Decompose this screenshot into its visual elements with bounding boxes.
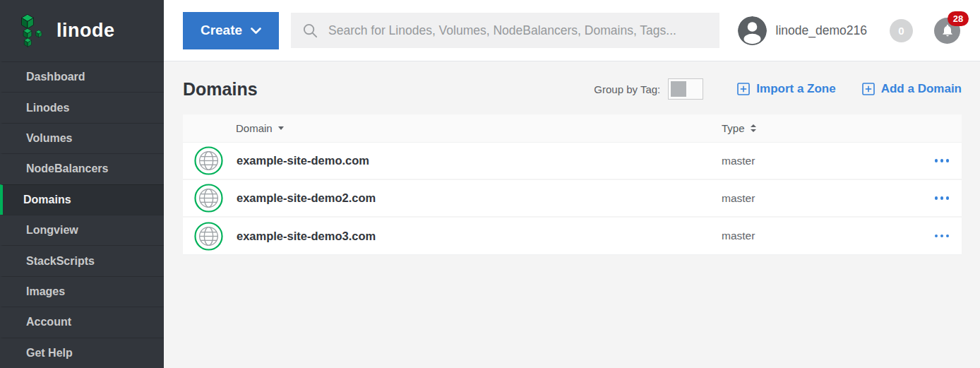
import-zone-link[interactable]: Import a Zone <box>737 82 835 96</box>
page-header: Domains Group by Tag: Import a Zone <box>183 78 962 100</box>
sidebar-item-nodebalancers[interactable]: NodeBalancers <box>0 153 164 184</box>
user-menu[interactable]: linode_demo216 <box>738 16 867 45</box>
sidebar-nav: Dashboard Linodes Volumes NodeBalancers … <box>0 61 164 368</box>
global-search <box>291 13 719 48</box>
add-domain-link[interactable]: Add a Domain <box>862 82 962 96</box>
create-button-label: Create <box>201 23 242 38</box>
sidebar-item-longview[interactable]: Longview <box>0 215 164 245</box>
search-input[interactable] <box>328 23 708 38</box>
sidebar: linode Dashboard Linodes Volumes NodeBal… <box>0 0 164 368</box>
table-row: example-site-demo.com master <box>183 143 962 180</box>
sidebar-item-dashboard[interactable]: Dashboard <box>0 61 164 92</box>
group-by-tag-label: Group by Tag: <box>594 83 660 95</box>
row-actions-menu-icon[interactable] <box>933 230 951 242</box>
globe-icon <box>194 222 223 251</box>
events-counter-badge[interactable]: 0 <box>890 19 913 42</box>
sidebar-item-stackscripts[interactable]: StackScripts <box>0 245 164 275</box>
linode-logo[interactable]: linode <box>0 0 164 61</box>
domains-table: Domain Type <box>183 114 962 255</box>
group-by-tag-toggle[interactable] <box>668 78 703 100</box>
sort-by-domain-header[interactable]: Domain <box>236 122 284 134</box>
row-actions-menu-icon[interactable] <box>933 155 951 167</box>
table-row: example-site-demo2.com master <box>183 180 962 218</box>
plus-square-icon <box>862 83 875 95</box>
page-title: Domains <box>183 79 594 100</box>
globe-icon <box>194 146 223 175</box>
sidebar-item-account[interactable]: Account <box>0 307 164 337</box>
sort-by-type-header[interactable]: Type <box>722 122 756 134</box>
toggle-knob <box>671 81 686 97</box>
domain-link[interactable]: example-site-demo3.com <box>237 230 376 243</box>
domain-link[interactable]: example-site-demo2.com <box>237 191 376 205</box>
domain-column-label: Domain <box>236 122 273 134</box>
domains-page: Domains Group by Tag: Import a Zone <box>164 61 980 368</box>
notifications-button[interactable]: 28 <box>934 18 960 44</box>
import-zone-label: Import a Zone <box>756 82 835 96</box>
domain-type: master <box>722 230 755 242</box>
linode-logo-icon <box>20 14 48 48</box>
sidebar-item-volumes[interactable]: Volumes <box>0 123 164 153</box>
app-window: linode Dashboard Linodes Volumes NodeBal… <box>0 0 980 368</box>
sidebar-item-domains[interactable]: Domains <box>0 184 164 215</box>
add-domain-label: Add a Domain <box>881 82 962 96</box>
brand-name: linode <box>56 20 115 42</box>
chevron-down-icon <box>251 28 261 34</box>
sidebar-item-linodes[interactable]: Linodes <box>0 92 164 122</box>
row-actions-menu-icon[interactable] <box>933 192 951 204</box>
plus-square-icon <box>737 83 750 95</box>
topbar: Create <box>164 0 980 61</box>
sidebar-item-images[interactable]: Images <box>0 276 164 307</box>
main-column: Create <box>164 0 980 368</box>
table-row: example-site-demo3.com master <box>183 218 962 255</box>
sort-desc-icon <box>278 126 284 130</box>
domain-type: master <box>722 192 755 205</box>
type-column-label: Type <box>722 122 745 134</box>
username: linode_demo216 <box>776 23 867 38</box>
sort-both-icon <box>751 124 756 132</box>
search-icon <box>302 23 318 39</box>
sidebar-item-get-help[interactable]: Get Help <box>0 338 164 368</box>
create-button[interactable]: Create <box>183 12 279 49</box>
domain-link[interactable]: example-site-demo.com <box>237 154 369 167</box>
domain-type: master <box>722 155 755 167</box>
avatar <box>738 16 767 45</box>
table-header-row: Domain Type <box>183 114 962 143</box>
globe-icon <box>194 184 223 213</box>
notifications-count-badge: 28 <box>948 11 969 26</box>
